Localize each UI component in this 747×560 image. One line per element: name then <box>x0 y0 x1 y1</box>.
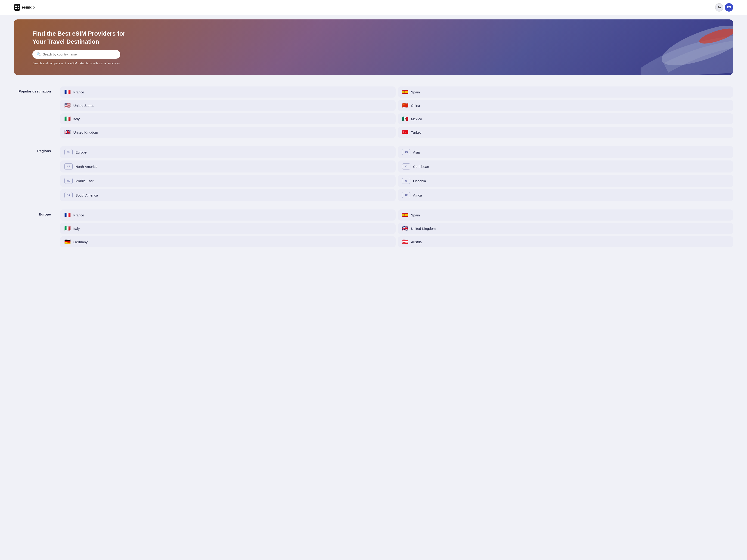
europe-section: Europe 🇫🇷France🇪🇸Spain🇮🇹Italy🇬🇧United Ki… <box>14 210 733 247</box>
region-card-caribbean-r[interactable]: CCaribbean <box>398 160 733 172</box>
region-label-asia-r: Asia <box>413 150 420 154</box>
region-card-south-america-r[interactable]: SASouth America <box>60 189 395 201</box>
popular-destination-section: Popular destination 🇫🇷France🇪🇸Spain🇺🇸Uni… <box>14 86 733 138</box>
flag-france2: 🇫🇷 <box>64 212 71 218</box>
dest-card-italy1[interactable]: 🇮🇹Italy <box>60 113 395 125</box>
flag-united-kingdom2: 🇬🇧 <box>402 226 408 231</box>
dest-card-germany[interactable]: 🇩🇪Germany <box>60 236 395 247</box>
region-badge-oceania-r: O <box>402 178 410 184</box>
region-card-asia-r[interactable]: ASAsia <box>398 146 733 158</box>
dest-label-italy1: Italy <box>73 117 80 121</box>
regions-section: Regions EUEuropeASAsiaNANorth AmericaCCa… <box>14 146 733 201</box>
dest-label-spain2: Spain <box>411 213 420 217</box>
search-icon: 🔍 <box>36 52 41 56</box>
search-input[interactable] <box>43 52 116 56</box>
dest-card-turkey[interactable]: 🇹🇷Turkey <box>398 127 733 138</box>
popular-destination-label: Popular destination <box>14 86 51 138</box>
hero-subtitle: Search and compare all the eSIM data pla… <box>32 61 715 65</box>
dest-card-united-kingdom2[interactable]: 🇬🇧United Kingdom <box>398 223 733 234</box>
region-badge-middle-east-r: ME <box>64 178 73 184</box>
logo[interactable]: esimdb <box>14 4 35 11</box>
region-card-north-america-r[interactable]: NANorth America <box>60 160 395 172</box>
flag-germany: 🇩🇪 <box>64 239 71 244</box>
dest-label-spain1: Spain <box>411 90 420 94</box>
region-card-middle-east-r[interactable]: MEMiddle East <box>60 175 395 187</box>
dest-label-united-kingdom2: United Kingdom <box>411 226 436 231</box>
header-avatars: JA EN <box>715 3 733 11</box>
flag-turkey: 🇹🇷 <box>402 130 408 135</box>
hero-content: Find the Best eSIM Providers for Your Tr… <box>14 20 733 75</box>
dest-label-china: China <box>411 104 420 108</box>
avatar-ja[interactable]: JA <box>715 3 723 11</box>
dest-card-italy2[interactable]: 🇮🇹Italy <box>60 223 395 234</box>
dest-card-china[interactable]: 🇨🇳China <box>398 100 733 111</box>
dest-card-spain2[interactable]: 🇪🇸Spain <box>398 210 733 220</box>
hero-title: Find the Best eSIM Providers for Your Tr… <box>32 30 130 46</box>
flag-italy1: 🇮🇹 <box>64 116 71 122</box>
flag-china: 🇨🇳 <box>402 103 408 108</box>
svg-rect-2 <box>15 8 17 9</box>
flag-united-states: 🇺🇸 <box>64 103 71 108</box>
flag-austria: 🇦🇹 <box>402 239 408 244</box>
dest-card-france2[interactable]: 🇫🇷France <box>60 210 395 220</box>
dest-label-france2: France <box>73 213 84 217</box>
flag-mexico: 🇲🇽 <box>402 116 408 122</box>
region-badge-north-america-r: NA <box>64 163 73 169</box>
region-label-africa-r: Africa <box>413 193 422 197</box>
region-badge-south-america-r: SA <box>64 192 73 198</box>
region-badge-africa-r: AF <box>402 192 410 198</box>
header: esimdb JA EN <box>0 0 747 15</box>
main-content: Popular destination 🇫🇷France🇪🇸Spain🇺🇸Uni… <box>0 80 747 263</box>
europe-label: Europe <box>14 210 51 247</box>
logo-text: esimdb <box>22 5 35 9</box>
region-badge-europe-r: EU <box>64 149 73 155</box>
dest-card-austria[interactable]: 🇦🇹Austria <box>398 236 733 247</box>
dest-label-austria: Austria <box>411 240 422 244</box>
dest-card-mexico[interactable]: 🇲🇽Mexico <box>398 113 733 125</box>
region-badge-asia-r: AS <box>402 149 410 155</box>
region-label-middle-east-r: Middle East <box>75 179 94 183</box>
dest-label-mexico: Mexico <box>411 117 422 121</box>
dest-card-france1[interactable]: 🇫🇷France <box>60 86 395 98</box>
svg-rect-3 <box>18 8 19 9</box>
region-badge-caribbean-r: C <box>402 163 410 169</box>
dest-label-united-states: United States <box>73 104 94 108</box>
dest-label-italy2: Italy <box>73 226 80 231</box>
dest-card-united-kingdom1[interactable]: 🇬🇧United Kingdom <box>60 127 395 138</box>
region-card-europe-r[interactable]: EUEurope <box>60 146 395 158</box>
popular-destination-grid: 🇫🇷France🇪🇸Spain🇺🇸United States🇨🇳China🇮🇹I… <box>60 86 733 138</box>
region-label-oceania-r: Oceania <box>413 179 426 183</box>
flag-spain2: 🇪🇸 <box>402 212 408 218</box>
dest-label-germany: Germany <box>73 240 88 244</box>
region-label-north-america-r: North America <box>75 165 97 168</box>
svg-rect-0 <box>15 5 17 7</box>
dest-label-france1: France <box>73 90 84 94</box>
flag-france1: 🇫🇷 <box>64 89 71 95</box>
regions-grid: EUEuropeASAsiaNANorth AmericaCCaribbeanM… <box>60 146 733 201</box>
flag-italy2: 🇮🇹 <box>64 226 71 231</box>
hero-banner: Find the Best eSIM Providers for Your Tr… <box>14 20 733 75</box>
regions-label: Regions <box>14 146 51 201</box>
logo-icon <box>14 4 20 11</box>
svg-rect-1 <box>18 5 19 7</box>
dest-label-turkey: Turkey <box>411 130 421 134</box>
region-label-south-america-r: South America <box>75 193 98 197</box>
region-card-africa-r[interactable]: AFAfrica <box>398 189 733 201</box>
dest-label-united-kingdom1: United Kingdom <box>73 130 98 134</box>
dest-card-spain1[interactable]: 🇪🇸Spain <box>398 86 733 98</box>
region-label-europe-r: Europe <box>75 150 86 154</box>
avatar-en[interactable]: EN <box>725 3 733 11</box>
dest-card-united-states[interactable]: 🇺🇸United States <box>60 100 395 111</box>
region-label-caribbean-r: Caribbean <box>413 165 429 168</box>
region-card-oceania-r[interactable]: OOceania <box>398 175 733 187</box>
europe-grid: 🇫🇷France🇪🇸Spain🇮🇹Italy🇬🇧United Kingdom🇩🇪… <box>60 210 733 247</box>
search-bar: 🔍 <box>32 50 120 59</box>
flag-united-kingdom1: 🇬🇧 <box>64 130 71 135</box>
flag-spain1: 🇪🇸 <box>402 89 408 95</box>
